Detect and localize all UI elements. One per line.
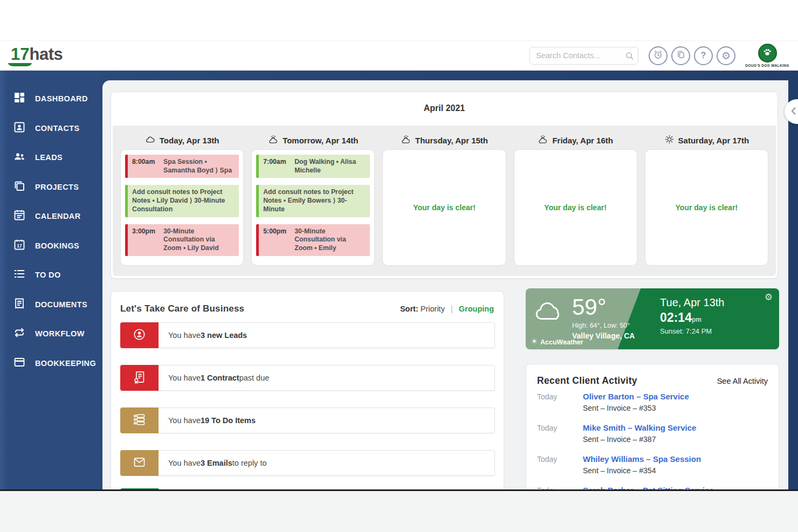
- see-all-activity-link[interactable]: See All Activity: [717, 377, 768, 385]
- high-low: High: 64°, Low: 50°: [572, 322, 635, 329]
- day-clear-note: Your day is clear!: [514, 203, 637, 212]
- question-mark-icon: ?: [701, 51, 706, 60]
- receipt-icon: [13, 297, 26, 312]
- copy-documents-icon: [676, 50, 686, 61]
- day-events-card: Your day is clear!: [382, 149, 506, 266]
- event-time: 5:00pm: [263, 227, 292, 253]
- calendar-event[interactable]: Add consult notes to Project Notes • Emi…: [256, 185, 370, 217]
- event-text: Add consult notes to Project Notes • Emi…: [263, 188, 366, 213]
- item-count: 19 To Do Items: [201, 416, 256, 425]
- logo-number: 17: [11, 45, 29, 66]
- help-button[interactable]: ?: [694, 46, 713, 65]
- activity-date: Today: [537, 486, 583, 489]
- chevron-left-icon: [788, 105, 798, 119]
- business-sort: Sort: Priority | Grouping: [400, 305, 494, 313]
- sidebar-item-workflow[interactable]: WORKFLOW: [0, 319, 100, 349]
- cloud-icon: [534, 300, 565, 340]
- contact-card-icon: [13, 121, 26, 136]
- event-text: Spa Session • Samantha Boyd ⟩ Spa: [163, 158, 235, 175]
- day-events-card: Your day is clear!: [514, 149, 637, 266]
- activity-client-link[interactable]: Whiley Williams – Spa Session: [583, 454, 701, 464]
- weather-widget: 59° High: 64°, Low: 50° Valley Village, …: [526, 288, 779, 349]
- business-item-leads[interactable]: You have 3 new Leads: [120, 322, 495, 348]
- sort-priority-option[interactable]: Priority: [421, 305, 445, 313]
- sidebar-item-projects[interactable]: PROJECTS: [0, 172, 100, 202]
- event-text: 30-Minute Consultation via Zoom • Lily D…: [163, 227, 235, 253]
- sidebar-item-leads[interactable]: LEADS: [0, 143, 100, 172]
- paw-print-icon: [762, 47, 773, 60]
- event-time: 7:00am: [263, 158, 292, 175]
- day-label: Tomorrow, Apr 14th: [283, 136, 358, 145]
- activity-client-link[interactable]: Mike Smith – Walking Service: [583, 423, 696, 432]
- calendar-event[interactable]: 5:00pm 30-Minute Consultation via Zoom •…: [256, 224, 370, 256]
- page-background: [0, 491, 798, 532]
- reminders-button[interactable]: [649, 46, 668, 65]
- activity-client-link[interactable]: Oliver Barton – Spa Service: [583, 392, 689, 401]
- business-item-todos[interactable]: You have 19 To Do Items: [120, 407, 495, 433]
- business-item-contract[interactable]: You have 1 Contract past due: [120, 365, 495, 391]
- day-events-card: 8:00am Spa Session • Samantha Boyd ⟩ Spa…: [120, 149, 244, 266]
- main-content: April 2021 Today, Apr 13th 8:00am Spa Se…: [102, 80, 788, 489]
- sidebar-item-bookings[interactable]: 17 BOOKINGS: [0, 231, 100, 261]
- sidebar-label: LEADS: [35, 153, 63, 162]
- item-text: You have: [168, 459, 201, 467]
- cloud-icon: [145, 134, 156, 147]
- business-title: Let's Take Care of Business: [120, 303, 244, 314]
- sidebar-item-contacts[interactable]: CONTACTS: [0, 114, 100, 143]
- sidebar-item-todo[interactable]: TO DO: [0, 260, 100, 290]
- sidebar-label: PROJECTS: [35, 183, 79, 191]
- 17hats-logo[interactable]: 17hats: [11, 45, 63, 66]
- day-label: Saturday, Apr 17th: [678, 136, 749, 145]
- day-clear-note: Your day is clear!: [383, 203, 505, 212]
- sort-grouping-option[interactable]: Grouping: [459, 305, 494, 313]
- sidebar-label: CALENDAR: [35, 212, 81, 220]
- settings-button[interactable]: ⚙: [717, 46, 735, 65]
- activity-date: Today: [537, 392, 583, 415]
- account-menu[interactable]: DOUG'S DOG WALKING: [744, 44, 790, 67]
- day-label: Friday, Apr 16th: [552, 136, 613, 145]
- search-input[interactable]: [529, 47, 638, 65]
- bank-card-icon: [13, 356, 26, 371]
- activity-row: Today Sarah Barber – Pet Sitting Service: [537, 486, 768, 489]
- sidebar-label: BOOKINGS: [35, 241, 79, 250]
- sidebar-item-dashboard[interactable]: DASHBOARD: [0, 84, 100, 114]
- sidebar-item-bookkeeping[interactable]: BOOKKEEPING: [0, 349, 100, 378]
- item-text: You have: [168, 416, 201, 425]
- weather-ampm: pm: [692, 316, 701, 323]
- activity-client-link[interactable]: Sarah Barber – Pet Sitting Service: [583, 486, 714, 489]
- calendar-icon: [13, 209, 26, 224]
- activity-row: Today Oliver Barton – Spa Service Sent –…: [537, 392, 768, 415]
- avatar: [758, 44, 777, 63]
- contact-search: [529, 47, 638, 65]
- people-icon: [13, 150, 26, 165]
- activity-row: Today Mike Smith – Walking Service Sent …: [537, 423, 768, 446]
- calendar-days-row: Today, Apr 13th 8:00am Spa Session • Sam…: [113, 126, 776, 276]
- sidebar-item-documents[interactable]: DOCUMENTS: [0, 290, 100, 320]
- todo-list-icon: [13, 267, 26, 282]
- business-item-emails[interactable]: You have 3 Emails to reply to: [120, 450, 495, 476]
- dashboard-grid-icon: [13, 91, 26, 106]
- todo-list-icon: [132, 412, 147, 429]
- sidebar-item-calendar[interactable]: CALENDAR: [0, 202, 100, 231]
- sort-label: Sort:: [400, 305, 418, 313]
- business-widget: Let's Take Care of Business Sort: Priori…: [111, 291, 504, 489]
- calendar-widget: April 2021 Today, Apr 13th 8:00am Spa Se…: [111, 92, 778, 279]
- templates-button[interactable]: [671, 46, 690, 65]
- calendar-event[interactable]: 3:00pm 30-Minute Consultation via Zoom •…: [125, 224, 239, 256]
- search-icon[interactable]: [625, 51, 634, 63]
- calendar-event[interactable]: 8:00am Spa Session • Samantha Boyd ⟩ Spa: [125, 155, 239, 178]
- weather-sunset: Sunset: 7:24 PM: [660, 327, 724, 335]
- weather-date: Tue, Apr 13th: [660, 296, 724, 309]
- weather-settings-gear-icon[interactable]: ⚙: [765, 292, 773, 303]
- day-column-friday: Friday, Apr 16th Your day is clear!: [514, 131, 637, 268]
- layers-copy-icon: [13, 179, 26, 195]
- day-clear-note: Your day is clear!: [645, 203, 768, 212]
- account-name: DOUG'S DOG WALKING: [744, 64, 790, 67]
- svg-text:17: 17: [17, 243, 22, 248]
- alarm-clock-icon: [653, 50, 663, 62]
- calendar-event[interactable]: 7:00am Dog Walking • Alisa Michelle: [256, 155, 370, 178]
- repeat-arrows-icon: [13, 326, 26, 341]
- event-text: 30-Minute Consultation via Zoom • Emily: [294, 227, 366, 253]
- calendar-event[interactable]: Add consult notes to Project Notes • Lil…: [125, 185, 239, 217]
- logo-word: hats: [29, 45, 63, 64]
